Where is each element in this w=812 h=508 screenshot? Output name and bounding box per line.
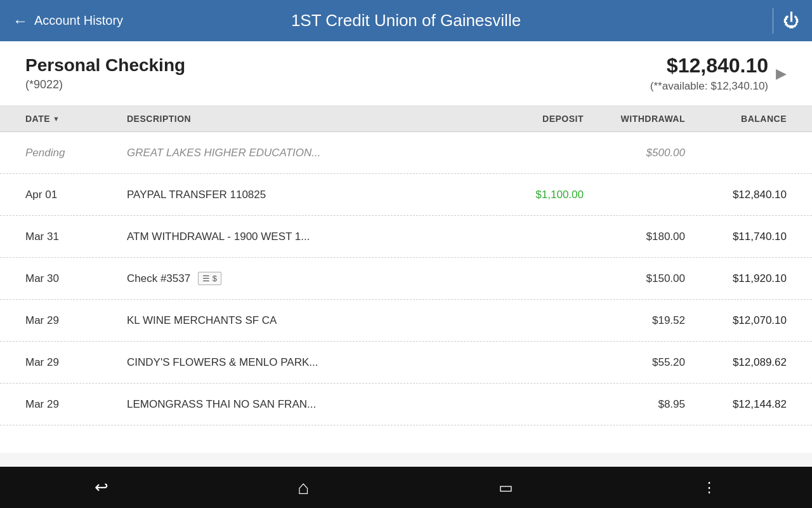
- check-image-icon[interactable]: ☰ $: [198, 272, 221, 285]
- account-info-right: $12,840.10 (**available: $12,340.10) ▶: [650, 54, 787, 93]
- cell-balance: $11,920.10: [685, 264, 787, 294]
- chevron-right-icon[interactable]: ▶: [776, 65, 787, 82]
- cell-deposit: [482, 396, 584, 413]
- col-deposit: DEPOSIT: [482, 106, 584, 131]
- cell-date: Mar 31: [25, 222, 127, 252]
- table-row[interactable]: Mar 31ATM WITHDRAWAL - 1900 WEST 1...$18…: [0, 216, 812, 258]
- cell-description: LEMONGRASS THAI NO SAN FRAN...: [127, 389, 482, 420]
- table-row[interactable]: Mar 29LEMONGRASS THAI NO SAN FRAN...$8.9…: [0, 384, 812, 425]
- cell-deposit: $1,100.00: [482, 180, 584, 210]
- cell-description: KL WINE MERCHANTS SF CA: [127, 305, 482, 336]
- cell-deposit: [482, 312, 584, 330]
- col-description: DESCRIPTION: [127, 106, 482, 131]
- account-summary: Personal Checking (*9022) $12,840.10 (**…: [0, 41, 812, 106]
- cell-balance: $12,144.82: [685, 389, 787, 420]
- col-withdrawal: WITHDRAWAL: [584, 106, 685, 131]
- table-row[interactable]: Mar 29CINDY'S FLOWERS & MENLO PARK...$55…: [0, 342, 812, 384]
- nav-more-button[interactable]: ⋮: [702, 479, 717, 496]
- cell-date: Mar 30: [25, 264, 127, 294]
- account-balance-col: $12,840.10 (**available: $12,340.10): [650, 54, 768, 93]
- cell-deposit: [482, 354, 584, 371]
- cell-withdrawal: $180.00: [584, 222, 685, 252]
- cell-deposit: [482, 228, 584, 246]
- cell-date: Mar 29: [25, 305, 127, 336]
- cell-withdrawal: $500.00: [584, 138, 685, 168]
- cell-withdrawal: [584, 186, 685, 204]
- cell-description: CINDY'S FLOWERS & MENLO PARK...: [127, 347, 482, 378]
- cell-balance: $11,740.10: [685, 222, 787, 252]
- cell-withdrawal: $19.52: [584, 305, 685, 336]
- account-number: (*9022): [25, 78, 185, 91]
- cell-balance: $12,840.10: [685, 180, 787, 210]
- nav-recent-button[interactable]: ▭: [499, 479, 513, 497]
- cell-withdrawal: $150.00: [584, 264, 685, 294]
- cell-date: Mar 29: [25, 389, 127, 420]
- cell-description: GREAT LAKES HIGHER EDUCATION...: [127, 138, 482, 168]
- cell-deposit: [482, 144, 584, 162]
- table-row[interactable]: Apr 01PAYPAL TRANSFER 110825$1,100.00$12…: [0, 174, 812, 216]
- table-row[interactable]: PendingGREAT LAKES HIGHER EDUCATION...$5…: [0, 132, 812, 174]
- bottom-nav-bar: ↩ ⌂ ▭ ⋮: [0, 467, 812, 508]
- page-title: Account History: [34, 13, 123, 28]
- account-balance: $12,840.10: [650, 54, 768, 77]
- header-left: ← Account History: [13, 12, 203, 30]
- table-header: DATE ▼ DESCRIPTION DEPOSIT WITHDRAWAL BA…: [0, 106, 812, 132]
- sort-icon: ▼: [53, 115, 60, 123]
- col-date[interactable]: DATE ▼: [25, 106, 127, 131]
- cell-date: Apr 01: [25, 180, 127, 210]
- cell-description: ATM WITHDRAWAL - 1900 WEST 1...: [127, 222, 482, 252]
- cell-balance: $12,089.62: [685, 347, 787, 378]
- nav-back-button[interactable]: ↩: [95, 478, 108, 497]
- app-header: ← Account History 1ST Credit Union of Ga…: [0, 0, 812, 41]
- table-row[interactable]: Mar 30Check #3537☰ $$150.00$11,920.10: [0, 258, 812, 300]
- cell-description: PAYPAL TRANSFER 110825: [127, 180, 482, 210]
- account-available: (**available: $12,340.10): [650, 80, 768, 93]
- table-body: PendingGREAT LAKES HIGHER EDUCATION...$5…: [0, 132, 812, 453]
- app-title: 1ST Credit Union of Gainesville: [291, 11, 521, 30]
- cell-date: Pending: [25, 138, 127, 168]
- power-button[interactable]: ⏻: [783, 11, 799, 30]
- account-name: Personal Checking: [25, 55, 185, 76]
- cell-balance: $12,070.10: [685, 305, 787, 336]
- col-balance: BALANCE: [685, 106, 787, 131]
- cell-date: Mar 29: [25, 347, 127, 378]
- table-row[interactable]: Mar 29KL WINE MERCHANTS SF CA$19.52$12,0…: [0, 300, 812, 342]
- cell-withdrawal: $8.95: [584, 389, 685, 420]
- cell-description: Check #3537☰ $: [127, 263, 482, 294]
- nav-home-button[interactable]: ⌂: [298, 477, 309, 498]
- back-button[interactable]: ←: [13, 12, 28, 30]
- cell-withdrawal: $55.20: [584, 347, 685, 378]
- cell-deposit: [482, 270, 584, 288]
- header-right: ⏻: [769, 8, 799, 34]
- account-info-left: Personal Checking (*9022): [25, 55, 185, 91]
- header-divider: [773, 8, 773, 34]
- cell-balance: [685, 144, 787, 162]
